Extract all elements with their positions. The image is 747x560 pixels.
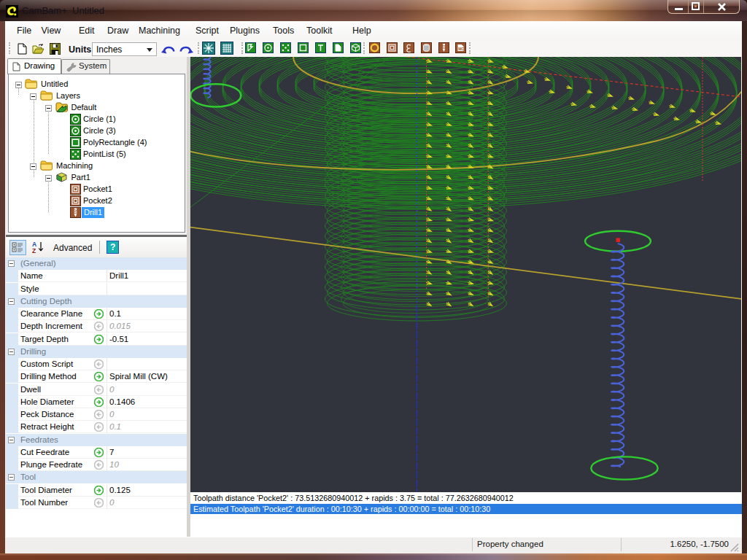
svg-text:Z: Z — [32, 247, 36, 254]
svg-text:MC: MC — [458, 47, 464, 51]
